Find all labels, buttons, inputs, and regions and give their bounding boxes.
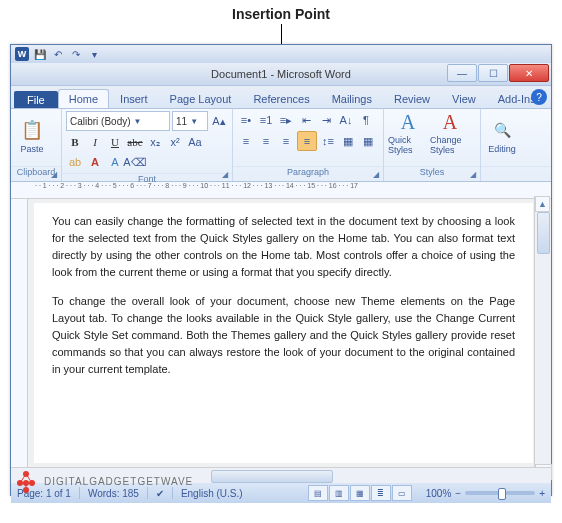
help-icon[interactable]: ? — [531, 89, 547, 105]
paste-button[interactable]: 📋 Paste — [15, 111, 49, 161]
grow-font-icon[interactable]: A▴ — [210, 112, 228, 130]
borders-icon[interactable]: ▦ — [359, 132, 377, 150]
paste-icon: 📋 — [20, 118, 44, 142]
font-size-combo[interactable]: 11▼ — [172, 111, 208, 131]
quick-styles-icon: A — [401, 111, 415, 134]
paragraph-2[interactable]: To change the overall look of your docum… — [52, 293, 515, 378]
superscript-icon[interactable]: x² — [166, 133, 184, 151]
tab-file[interactable]: File — [14, 91, 58, 108]
align-left-icon[interactable]: ≡ — [237, 132, 255, 150]
change-case-icon[interactable]: Aa — [186, 133, 204, 151]
close-button[interactable]: ✕ — [509, 64, 549, 82]
increase-indent-icon[interactable]: ⇥ — [317, 111, 335, 129]
font-family-combo[interactable]: Calibri (Body)▼ — [66, 111, 170, 131]
decrease-indent-icon[interactable]: ⇤ — [297, 111, 315, 129]
outline-view-icon[interactable]: ≣ — [371, 485, 391, 501]
align-right-icon[interactable]: ≡ — [277, 132, 295, 150]
numbering-icon[interactable]: ≡1 — [257, 111, 275, 129]
tab-home[interactable]: Home — [58, 89, 109, 108]
paragraph-launcher-icon[interactable]: ◢ — [370, 169, 381, 180]
group-styles: A Quick Styles A Change Styles Styles ◢ — [384, 109, 481, 181]
document-area: You can easily change the formatting of … — [11, 199, 551, 467]
tab-references[interactable]: References — [242, 89, 320, 108]
word-window: W 💾 ↶ ↷ ▾ Document1 - Microsoft Word — ☐… — [10, 44, 552, 496]
tab-mailings[interactable]: Mailings — [321, 89, 383, 108]
word-icon: W — [15, 47, 29, 61]
quick-access-toolbar: W 💾 ↶ ↷ ▾ — [11, 45, 551, 63]
group-font: Calibri (Body)▼ 11▼ A▴ B I U abc x₂ x² A… — [62, 109, 233, 181]
ribbon: 📋 Paste Clipboard ◢ Calibri (Body)▼ 11▼ … — [11, 109, 551, 182]
editing-label: Editing — [488, 144, 516, 154]
watermark-logo-icon — [14, 469, 38, 493]
shading-icon[interactable]: ▦ — [339, 132, 357, 150]
subscript-icon[interactable]: x₂ — [146, 133, 164, 151]
undo-icon[interactable]: ↶ — [51, 47, 65, 61]
qat-customize-icon[interactable]: ▾ — [87, 47, 101, 61]
show-marks-icon[interactable]: ¶ — [357, 111, 375, 129]
watermark-text: DIGITALGADGETGETWAVE — [44, 476, 193, 487]
fullscreen-view-icon[interactable]: ▥ — [329, 485, 349, 501]
vertical-scrollbar[interactable]: ▲ ▼ — [534, 196, 550, 480]
align-center-icon[interactable]: ≡ — [257, 132, 275, 150]
chevron-down-icon: ▼ — [134, 117, 142, 126]
redo-icon[interactable]: ↷ — [69, 47, 83, 61]
text-effects-icon[interactable]: A — [106, 153, 124, 171]
clipboard-launcher-icon[interactable]: ◢ — [48, 169, 59, 180]
tab-page-layout[interactable]: Page Layout — [159, 89, 243, 108]
caption-label: Insertion Point — [0, 6, 562, 22]
multilevel-icon[interactable]: ≡▸ — [277, 111, 295, 129]
line-spacing-icon[interactable]: ↕≡ — [319, 132, 337, 150]
save-icon[interactable]: 💾 — [33, 47, 47, 61]
ribbon-tabs: File Home Insert Page Layout References … — [11, 86, 551, 109]
font-color-icon[interactable]: A — [86, 153, 104, 171]
change-styles-button[interactable]: A Change Styles — [430, 111, 470, 161]
justify-icon[interactable]: ≡ — [297, 131, 317, 151]
draft-view-icon[interactable]: ▭ — [392, 485, 412, 501]
clear-format-icon[interactable]: A⌫ — [126, 153, 144, 171]
document-page[interactable]: You can easily change the formatting of … — [34, 203, 533, 463]
title-bar: Document1 - Microsoft Word — ☐ ✕ — [11, 63, 551, 86]
print-layout-view-icon[interactable]: ▤ — [308, 485, 328, 501]
bullets-icon[interactable]: ≡• — [237, 111, 255, 129]
quick-styles-button[interactable]: A Quick Styles — [388, 111, 428, 161]
scroll-thumb[interactable] — [537, 212, 550, 254]
sort-icon[interactable]: A↓ — [337, 111, 355, 129]
find-icon: 🔍 — [490, 118, 514, 142]
change-styles-icon: A — [443, 111, 457, 134]
font-size-value: 11 — [176, 116, 187, 127]
strike-icon[interactable]: abc — [126, 133, 144, 151]
scroll-up-icon[interactable]: ▲ — [535, 196, 550, 212]
paste-label: Paste — [20, 144, 43, 154]
tab-insert[interactable]: Insert — [109, 89, 159, 108]
zoom-value[interactable]: 100% — [426, 488, 452, 499]
underline-icon[interactable]: U — [106, 133, 124, 151]
group-paragraph: ≡• ≡1 ≡▸ ⇤ ⇥ A↓ ¶ ≡ ≡ ≡ ≡ ↕≡ ▦ — [233, 109, 384, 181]
watermark: DIGITALGADGETGETWAVE — [14, 469, 193, 493]
zoom-in-icon[interactable]: + — [539, 488, 545, 499]
zoom-control: 100% − + — [426, 488, 545, 499]
font-family-value: Calibri (Body) — [70, 116, 131, 127]
paragraph-group-label: Paragraph — [233, 166, 383, 181]
paragraph-1[interactable]: You can easily change the formatting of … — [52, 213, 515, 281]
tab-review[interactable]: Review — [383, 89, 441, 108]
group-editing: 🔍 Editing — [481, 109, 551, 181]
maximize-button[interactable]: ☐ — [478, 64, 508, 82]
chevron-down-icon: ▼ — [190, 117, 198, 126]
quick-styles-label: Quick Styles — [388, 135, 428, 155]
styles-launcher-icon[interactable]: ◢ — [467, 169, 478, 180]
zoom-out-icon[interactable]: − — [455, 488, 461, 499]
editing-button[interactable]: 🔍 Editing — [485, 111, 519, 161]
web-layout-view-icon[interactable]: ▦ — [350, 485, 370, 501]
italic-icon[interactable]: I — [86, 133, 104, 151]
highlight-icon[interactable]: ab — [66, 153, 84, 171]
bold-icon[interactable]: B — [66, 133, 84, 151]
font-launcher-icon[interactable]: ◢ — [219, 169, 230, 180]
minimize-button[interactable]: — — [447, 64, 477, 82]
hscroll-thumb[interactable] — [211, 470, 333, 483]
zoom-slider[interactable] — [465, 491, 535, 495]
horizontal-ruler[interactable]: · · 1 · · · 2 · · · 3 · · · 4 · · · 5 · … — [11, 182, 551, 199]
zoom-knob[interactable] — [498, 488, 506, 500]
change-styles-label: Change Styles — [430, 135, 470, 155]
tab-view[interactable]: View — [441, 89, 487, 108]
vertical-ruler[interactable] — [11, 199, 28, 467]
